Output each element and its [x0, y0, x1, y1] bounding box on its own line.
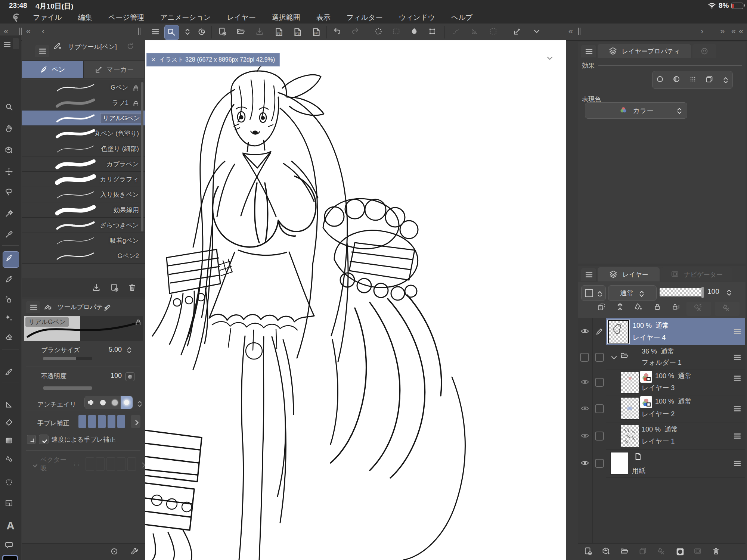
- layer2-draft-checkbox[interactable]: [593, 395, 606, 423]
- layer-row-layer4[interactable]: 100 % 通常 レイヤー 4: [606, 318, 745, 345]
- menu-layer[interactable]: レイヤー: [227, 13, 255, 22]
- layer3-visibility-toggle[interactable]: [578, 370, 592, 395]
- brush-size-stepper[interactable]: [125, 346, 133, 354]
- lock-transparent-pixels-icon[interactable]: [672, 302, 682, 313]
- brush-item-rough1[interactable]: ラフ1: [22, 95, 145, 111]
- antialias-stepper[interactable]: [135, 399, 143, 407]
- palette-color-button[interactable]: [581, 285, 606, 301]
- open-file-button[interactable]: [235, 25, 249, 39]
- paper-menu-grip[interactable]: [733, 459, 742, 468]
- menu-selection[interactable]: 選択範囲: [272, 13, 300, 22]
- brush-list-scrollbar[interactable]: [141, 82, 143, 231]
- layer1-thumbnail[interactable]: [621, 425, 639, 447]
- antialias-none-button[interactable]: [85, 396, 97, 409]
- layerprop-secondary-tab[interactable]: [692, 44, 716, 58]
- subtool-menu-tab[interactable]: [35, 45, 49, 57]
- layer1-visibility-toggle[interactable]: [578, 423, 592, 449]
- collapse-all-icon[interactable]: «: [731, 27, 736, 36]
- collapse-left-icon[interactable]: «: [4, 27, 8, 36]
- tool-frame-border[interactable]: [3, 497, 18, 513]
- chevron-left-icon[interactable]: ‹: [42, 27, 44, 36]
- history-icon[interactable]: [110, 547, 120, 557]
- folder1-menu-grip[interactable]: [733, 353, 742, 362]
- dock-handle-icon[interactable]: [138, 28, 140, 35]
- tool-fill[interactable]: [3, 416, 18, 432]
- vector-snap-check-icon[interactable]: [31, 461, 37, 467]
- crop-selection-button[interactable]: [487, 25, 501, 39]
- tool-pen[interactable]: [3, 251, 19, 268]
- subtool-tab-pen[interactable]: ペン: [22, 60, 83, 78]
- tool-decoration[interactable]: [3, 312, 18, 327]
- tool-operation[interactable]: [3, 144, 18, 159]
- scale-rotate-button[interactable]: [426, 25, 440, 39]
- dock-handle-icon[interactable]: [19, 28, 22, 35]
- paper-thumbnail[interactable]: [610, 452, 628, 475]
- tool-brush[interactable]: [3, 365, 18, 381]
- clear-selection-button[interactable]: [450, 25, 464, 39]
- reselect-button[interactable]: [390, 25, 404, 39]
- import-subtool-icon[interactable]: [92, 283, 102, 293]
- new-layer-button[interactable]: [583, 547, 594, 557]
- fill-button[interactable]: [408, 25, 422, 39]
- brush-item-calligraphy[interactable]: カリグラフィ: [22, 172, 145, 187]
- chevron-right-icon[interactable]: ›: [701, 27, 703, 36]
- layer-opacity-value[interactable]: 100: [707, 287, 719, 296]
- clip-studio-logo[interactable]: [10, 12, 22, 23]
- new-canvas-button[interactable]: [216, 25, 230, 39]
- tool-auto-select[interactable]: [3, 207, 18, 223]
- tool-hand[interactable]: [3, 122, 18, 138]
- tool-text[interactable]: A: [3, 518, 18, 533]
- lock-layer-icon[interactable]: [653, 302, 663, 313]
- layers-tab[interactable]: レイヤー: [598, 267, 660, 281]
- layer2-visibility-toggle[interactable]: [578, 395, 592, 423]
- layer-opacity-slider[interactable]: [660, 288, 704, 296]
- layer1-menu-grip[interactable]: [733, 432, 742, 441]
- opacity-value[interactable]: 100: [101, 372, 122, 380]
- effect-border-icon[interactable]: [655, 75, 666, 85]
- layers-menu-tab[interactable]: [581, 268, 596, 281]
- canvas-tab-chevron[interactable]: [545, 54, 555, 63]
- antialias-strong-button[interactable]: [121, 396, 133, 409]
- antialias-weak-button[interactable]: [97, 396, 109, 409]
- save-button[interactable]: [253, 25, 267, 39]
- tool-blend[interactable]: [3, 453, 18, 469]
- layer-row-layer1[interactable]: 100 % 通常 レイヤー 1: [606, 423, 745, 450]
- tool-figure[interactable]: [3, 398, 18, 414]
- menu-help[interactable]: ヘルプ: [451, 13, 473, 22]
- canvas-area[interactable]: × イラスト 328 (6672 x 8896px 72dpi 42.9%): [145, 40, 566, 560]
- brush-item-real-g-pen[interactable]: リアルGペン: [22, 111, 145, 126]
- menu-window[interactable]: ウィンドウ: [399, 13, 435, 22]
- object-transform-button[interactable]: [164, 25, 179, 40]
- new-folder-button[interactable]: [620, 547, 630, 557]
- tool-gradient[interactable]: [3, 434, 18, 450]
- main-menu-button[interactable]: [149, 25, 163, 39]
- effect-extract-line-icon[interactable]: [705, 75, 715, 85]
- preview-lock-icon[interactable]: [134, 318, 140, 325]
- layer3-draft-checkbox[interactable]: [593, 370, 606, 395]
- redo-button[interactable]: [349, 25, 363, 39]
- set-as-draft-button[interactable]: [686, 302, 711, 316]
- brush-item-coloring-detail[interactable]: 色塗り (細部): [22, 141, 145, 156]
- menu-page-manage[interactable]: ページ管理: [108, 13, 144, 22]
- tool-airbrush[interactable]: [3, 293, 18, 309]
- clip-to-layer-icon[interactable]: [597, 302, 607, 313]
- layerprop-menu-tab[interactable]: [581, 45, 596, 57]
- brush-item-g-pen[interactable]: Gペン: [22, 80, 145, 95]
- layer2-menu-grip[interactable]: [733, 404, 742, 413]
- toolbar-expand-chevron[interactable]: [530, 25, 545, 39]
- dock-handle-icon[interactable]: [578, 28, 580, 35]
- delete-layer-button[interactable]: [712, 547, 722, 557]
- layer4-visibility-toggle[interactable]: [578, 318, 592, 345]
- ruler-range-button[interactable]: [715, 302, 740, 316]
- menu-edit[interactable]: 編集: [78, 13, 92, 22]
- brush-item-g-pen-2[interactable]: Gペン2: [22, 248, 145, 264]
- effect-stepper[interactable]: [721, 76, 729, 84]
- layer-row-paper[interactable]: 用紙: [606, 449, 745, 477]
- tool-balloon[interactable]: [3, 539, 18, 554]
- delete-subtool-icon[interactable]: [128, 283, 137, 293]
- undo-button[interactable]: [331, 25, 345, 39]
- brush-size-value[interactable]: 5.00: [101, 346, 122, 354]
- deselect-button[interactable]: [372, 25, 386, 39]
- speed-stabilization-expand-button[interactable]: [27, 435, 36, 444]
- export-png-button[interactable]: png: [291, 25, 305, 39]
